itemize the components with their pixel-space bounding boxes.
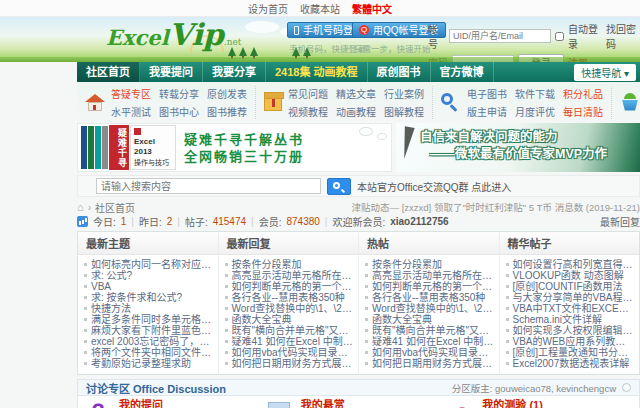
topic-link[interactable]: 麻烦大家看下附件里蓝色区域公式怎... [84,325,213,336]
topic-link[interactable]: 函数大全宝典 [365,314,494,325]
qq-group-link[interactable]: 本站官方Office交流QQ群 点此进入 [357,179,511,194]
quicklink[interactable]: 转载分享 [159,86,199,101]
quicklink[interactable]: 原创发表 [207,86,247,101]
moderator-links[interactable]: gouweicao78, kevinchengcw [495,383,616,394]
box-icon [264,95,282,111]
topic-link[interactable]: 考勤原始记录整理求助 [84,358,213,369]
favorite-link[interactable]: 收藏本站 [300,1,340,16]
today-count: 1 [121,216,127,227]
search-button[interactable] [327,178,351,195]
quicklink[interactable]: 精选文章 [336,86,376,101]
register-link[interactable]: 注册 [568,55,588,63]
topic-link[interactable]: VLOOKUP函数 动态图解 [506,270,635,281]
auto-login-checkbox[interactable] [555,32,564,41]
mvp-ad-banner[interactable]: 自信来自解决问题的能力 ——微软最有价值专家MVP力作 [396,123,640,172]
quicklink[interactable]: 动画教程 [336,104,376,119]
topic-link[interactable]: VBA中TXT文件和EXCEL进行数据交... [506,303,635,314]
topic-link[interactable]: 如何用vba代码实现目录中的超链... [365,347,494,358]
topic-link[interactable]: 如何实现多人按权限编辑同一工作... [506,325,635,336]
quicklink[interactable]: 图书推荐 [207,104,247,119]
quicklink[interactable]: 常见问题 [288,86,328,101]
topic-link[interactable]: 既有"横向合并单元格"又有"纵... [365,325,494,336]
topic-link[interactable]: 疑难41 如何在Excel 中制作打钩... [225,336,354,347]
quick-nav-button[interactable]: 快捷导航 ▾ [574,64,636,81]
forum-my-questions[interactable]: ? 我的提问 主题: 3万, 帖数: 19万 最后发表: 2019-11-5 1… [86,399,268,408]
topic-link[interactable]: 如何把日期用财务方式展示单份事... [365,358,494,369]
topic-link[interactable]: 如何用vba代码实现目录中的超链... [225,347,354,358]
newest-member-link[interactable]: xiao2112756 [390,216,448,227]
forum-name[interactable]: 我的提问 [119,399,237,408]
topic-link[interactable]: Word查找替换中的\1、\2等如何理... [225,303,354,314]
forum-name[interactable]: 我的悬赏 [301,399,395,408]
account-input[interactable] [449,29,551,43]
topic-link[interactable]: VBA的WEB应用系列教程——HTTP通... [506,336,635,347]
login-button[interactable]: 登录 [518,54,564,62]
quicklink[interactable]: 图书中心 [159,104,199,119]
forum-my-bounties[interactable]: 我的悬赏 主题: 4141, 帖数: 1万 最后发表: 昨天 16:40 [268,399,450,408]
home-icon[interactable]: ⌂ [77,202,84,212]
topic-link[interactable]: 各行各业--慧用表格350种 [225,292,354,303]
section-title-link[interactable]: 讨论专区 Office Discussion [86,380,226,396]
quicklink[interactable]: 电子图书 [467,86,507,101]
traditional-chinese-link[interactable]: 繁體中文 [352,1,392,16]
password-input[interactable] [452,55,514,62]
nav-item-animations[interactable]: 2418集 动画教程 [266,62,368,82]
topic-link[interactable]: 求: 公式? [84,270,213,281]
quicklink[interactable]: 积分礼品 [563,86,603,101]
banner-row: 疑难千寻 Excel 2013 操作与技巧 疑难千寻千解丛书 全网畅销三十万册 … [77,123,640,172]
search-input[interactable] [96,178,321,194]
topic-link[interactable]: 求: 按条件求和公式? [84,292,213,303]
book-ad-banner[interactable]: 疑难千寻 Excel 2013 操作与技巧 疑难千寻千解丛书 全网畅销三十万册 [77,123,392,172]
nav-item-ask[interactable]: 我要提问 [140,62,203,82]
quicklink[interactable]: 每日清贴 [563,104,603,119]
quicklink[interactable]: 版主申请 [467,104,507,119]
collapse-icon[interactable] [622,383,631,392]
forgot-password-link[interactable]: 找回密码 [606,21,640,51]
site-logo[interactable]: ExcelVip.net [106,20,241,50]
quicklink[interactable]: 答疑专区 [111,86,151,101]
topic-link[interactable]: 既有"横向合并单元格"又有"纵... [225,325,354,336]
topic-link[interactable]: 快捷方法 [84,303,213,314]
topic-link[interactable]: 满足多条件同时多单元格文本合并 [84,314,213,325]
topic-link[interactable]: 将两个文件夹中相同文件名文件以... [84,347,213,358]
topic-link[interactable]: Excel2007数据透视表详解 [506,358,635,369]
topic-link[interactable]: 疑难41 如何在Excel 中制作打钩... [365,336,494,347]
nav-item-home[interactable]: 社区首页 [77,62,140,82]
column-digest-topics: 精华帖子 如何设置行高和列宽直得到行高和... VLOOKUP函数 动态图解 [… [500,232,640,374]
topic-link[interactable]: [原创]工程量改通知书分析系统 [506,347,635,358]
breadcrumb-home-link[interactable]: 社区首页 [95,200,135,215]
topic-link[interactable]: VBA [84,281,213,292]
quicklink[interactable]: 视频教程 [288,104,328,119]
quicklink[interactable]: 水平测试 [111,104,151,119]
topic-link[interactable]: 函数大全宝典 [225,314,354,325]
quicklink[interactable]: 软件下载 [515,86,555,101]
book-spine [95,126,101,169]
forum-name[interactable]: 我的测验 (1) [482,399,578,408]
topic-link[interactable]: excel 2003忘记密码了，怎么办? [84,336,213,347]
topic-link[interactable]: [原创]COUNTIF函数用法 [506,281,635,292]
quicklink[interactable]: 月度评优 [515,104,555,119]
topic-link[interactable]: Word查找替换中的\1、\2等如何理... [365,303,494,314]
allowance-notice[interactable]: 津贴动态— [zxzxd] 领取了"时时红利津贴" 5 T币 消息数 (2019… [352,200,640,214]
topic-link[interactable]: 高亮显示活动单元格所在行列位置 [365,270,494,281]
topic-link[interactable]: 如何判断单元格的第一个字符是半... [365,281,494,292]
nav-item-weibo[interactable]: 官方微博 [431,62,494,82]
topic-link[interactable]: 高亮显示活动单元格所在行列位置 [225,270,354,281]
topic-link[interactable]: 如何把日期用财务方式展示单份事... [225,358,354,369]
set-home-link[interactable]: 设为首页 [248,1,288,16]
topic-link[interactable]: 如何设置行高和列宽直得到行高和... [506,259,635,270]
topic-link[interactable]: 各行各业--慧用表格350种 [365,292,494,303]
topic-link[interactable]: Schema.ini文件详解 [506,314,635,325]
topic-link[interactable]: 按条件分段累加 [225,259,354,270]
forum-my-tests[interactable]: ☻ 我的测验 (1) 主题: 292, 帖数: 6429 最后发表: 1 小时前 [449,399,631,408]
latest-reply-link[interactable]: 最新回复 [600,214,640,229]
topic-link[interactable]: 与大家分享简单的VBA程序解释器 [506,292,635,303]
quicklink[interactable]: 行业案例 [384,86,424,101]
search-icon [333,182,340,189]
topic-link[interactable]: 如何标亮内同一名称对应的行、列... [84,259,213,270]
topic-link[interactable]: 如何判断单元格的第一个字符是半... [225,281,354,292]
topic-link[interactable]: 按条件分段累加 [365,259,494,270]
nav-item-share[interactable]: 我要分享 [203,62,266,82]
nav-item-books[interactable]: 原创图书 [368,62,431,82]
quicklink[interactable]: 图解教程 [384,104,424,119]
